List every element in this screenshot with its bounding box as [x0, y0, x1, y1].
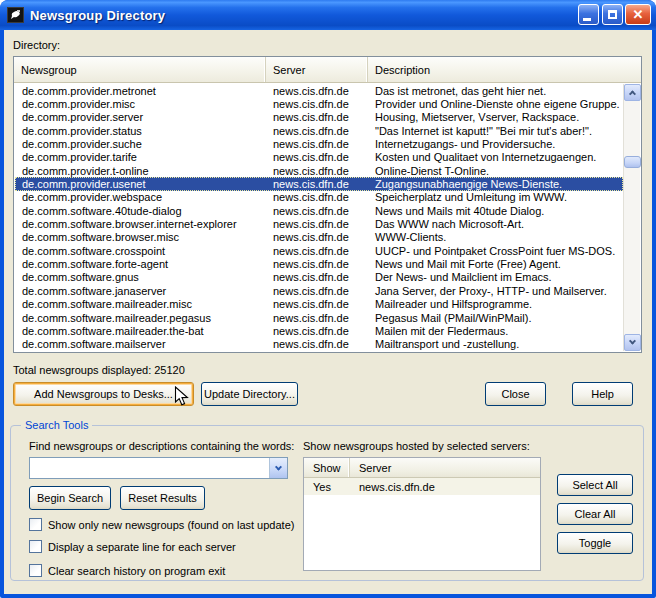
- table-row[interactable]: de.comm.provider.miscnews.cis.dfn.deProv…: [15, 97, 623, 110]
- cell-description: "Das Internet ist kaputt!" "Bei mir tut'…: [368, 125, 623, 137]
- newsgroup-directory-window: Newsgroup Directory ✕ Directory: Newsgro…: [0, 0, 656, 598]
- table-row[interactable]: de.comm.provider.usenetnews.cis.dfn.deZu…: [15, 177, 623, 190]
- cell-newsgroup: de.comm.provider.webspace: [15, 191, 266, 203]
- cell-description: WWW-Clients.: [368, 231, 623, 243]
- table-row[interactable]: de.comm.software.mailreader.the-batnews.…: [15, 324, 623, 337]
- close-icon: ✕: [633, 7, 644, 22]
- vertical-scrollbar[interactable]: [623, 84, 640, 351]
- checkbox-row-separate-line[interactable]: Display a separate line for each server: [29, 540, 236, 553]
- scroll-up-button[interactable]: [624, 84, 641, 101]
- chevron-down-icon: [275, 463, 282, 470]
- table-row[interactable]: de.comm.provider.t-onlinenews.cis.dfn.de…: [15, 164, 623, 177]
- directory-label: Directory:: [13, 39, 60, 51]
- table-row[interactable]: de.comm.provider.statusnews.cis.dfn.de"D…: [15, 124, 623, 137]
- cell-newsgroup: de.comm.provider.t-online: [15, 165, 266, 177]
- cell-description: Kosten und Qualitaet von Internetzugaeng…: [368, 151, 623, 163]
- table-row[interactable]: de.comm.software.browser.internet-explor…: [15, 217, 623, 230]
- cell-newsgroup: de.comm.provider.metronet: [15, 85, 266, 97]
- cell-server: news.cis.dfn.de: [266, 205, 368, 217]
- table-row[interactable]: de.comm.software.mailreader.miscnews.cis…: [15, 298, 623, 311]
- combobox-dropdown-button[interactable]: [269, 458, 287, 478]
- column-header-server[interactable]: Server: [266, 57, 368, 82]
- column-header-server[interactable]: Server: [350, 458, 540, 477]
- cell-server: news.cis.dfn.de: [266, 191, 368, 203]
- cell-newsgroup: de.comm.software.mailserver: [15, 338, 266, 350]
- table-row[interactable]: de.comm.software.mailreader.pegasusnews.…: [15, 311, 623, 324]
- help-button[interactable]: Help: [572, 382, 633, 406]
- checkbox-clear-history[interactable]: [29, 564, 42, 577]
- server-table: Show Server Yesnews.cis.dfn.de: [303, 457, 541, 571]
- column-header-description[interactable]: Description: [368, 57, 641, 82]
- update-directory-button[interactable]: Update Directory...: [201, 382, 298, 406]
- table-row[interactable]: de.comm.provider.webspacenews.cis.dfn.de…: [15, 191, 623, 204]
- minimize-icon: [583, 18, 591, 21]
- cell-description: Internetzugangs- und Providersuche.: [368, 138, 623, 150]
- checkbox-row-new-newsgroups[interactable]: Show only new newsgroups (found on last …: [29, 518, 294, 531]
- maximize-button[interactable]: [602, 4, 623, 25]
- total-newsgroups-status: Total newsgroups displayed: 25120: [13, 364, 185, 376]
- checkbox-label: Display a separate line for each server: [48, 541, 236, 553]
- clear-all-button[interactable]: Clear All: [557, 503, 633, 525]
- table-row[interactable]: de.comm.provider.servernews.cis.dfn.deHo…: [15, 111, 623, 124]
- newsgroup-app-icon: [7, 7, 24, 23]
- mouse-cursor: [174, 386, 190, 412]
- cell-newsgroup: de.comm.software.crosspoint: [15, 245, 266, 257]
- checkbox-new-newsgroups[interactable]: [29, 518, 42, 531]
- table-row[interactable]: de.comm.software.browser.miscnews.cis.df…: [15, 231, 623, 244]
- checkbox-row-clear-history[interactable]: Clear search history on program exit: [29, 564, 225, 577]
- maximize-icon: [608, 10, 617, 19]
- cell-server: news.cis.dfn.de: [266, 138, 368, 150]
- search-words-combobox[interactable]: [29, 457, 288, 479]
- search-words-input[interactable]: [30, 458, 269, 478]
- cell-description: Mailen mit der Fledermaus.: [368, 325, 623, 337]
- add-newsgroups-button[interactable]: Add Newsgroups to Desks...: [13, 382, 194, 406]
- cell-server: news.cis.dfn.de: [350, 481, 540, 493]
- cell-server: news.cis.dfn.de: [266, 338, 368, 350]
- cell-description: News und Mails mit 40tude Dialog.: [368, 205, 623, 217]
- cell-description: Zugangsunabhaengige News-Dienste.: [368, 178, 623, 190]
- reset-results-button[interactable]: Reset Results: [120, 486, 205, 510]
- column-header-newsgroup[interactable]: Newsgroup: [14, 57, 266, 82]
- cell-description: Provider und Online-Dienste ohne eigene …: [368, 98, 623, 110]
- cell-description: Mailreader und Hilfsprogramme.: [368, 298, 623, 310]
- column-header-show[interactable]: Show: [304, 458, 350, 477]
- cell-description: Das WWW nach Microsoft-Art.: [368, 218, 623, 230]
- select-all-button[interactable]: Select All: [557, 474, 633, 496]
- cell-description: Mailtransport und -zustellung.: [368, 338, 623, 350]
- servers-label: Show newsgroups hosted by selected serve…: [303, 440, 530, 452]
- begin-search-button[interactable]: Begin Search: [29, 486, 111, 510]
- cell-description: News und Mail mit Forte (Free) Agent.: [368, 258, 623, 270]
- server-row[interactable]: Yesnews.cis.dfn.de: [304, 478, 540, 495]
- close-window-button[interactable]: ✕: [625, 4, 651, 25]
- cell-newsgroup: de.comm.software.browser.misc: [15, 231, 266, 243]
- cell-newsgroup: de.comm.software.mailreader.pegasus: [15, 312, 266, 324]
- minimize-button[interactable]: [578, 4, 599, 25]
- cell-server: news.cis.dfn.de: [266, 325, 368, 337]
- table-row[interactable]: de.comm.software.janaservernews.cis.dfn.…: [15, 284, 623, 297]
- dialog-client-area: Directory: Newsgroup Server Description …: [4, 30, 652, 594]
- cell-description: UUCP- und Pointpaket CrossPoint fuer MS-…: [368, 245, 623, 257]
- table-row[interactable]: de.comm.provider.metronetnews.cis.dfn.de…: [15, 84, 623, 97]
- toggle-button[interactable]: Toggle: [557, 532, 633, 554]
- cell-description: Online-Dienst T-Online.: [368, 165, 623, 177]
- cell-description: Housing, Mietserver, Vserver, Rackspace.: [368, 111, 623, 123]
- checkbox-separate-line[interactable]: [29, 540, 42, 553]
- table-row[interactable]: de.comm.software.40tude-dialognews.cis.d…: [15, 204, 623, 217]
- window-title: Newsgroup Directory: [30, 8, 165, 23]
- scrollbar-thumb[interactable]: [624, 156, 641, 168]
- table-row[interactable]: de.comm.software.crosspointnews.cis.dfn.…: [15, 244, 623, 257]
- cell-newsgroup: de.comm.provider.misc: [15, 98, 266, 110]
- table-row[interactable]: de.comm.software.forte-agentnews.cis.dfn…: [15, 257, 623, 270]
- cell-newsgroup: de.comm.software.mailreader.the-bat: [15, 325, 266, 337]
- cell-description: Der News- und Mailclient im Emacs.: [368, 271, 623, 283]
- table-row[interactable]: de.comm.provider.suchenews.cis.dfn.deInt…: [15, 137, 623, 150]
- scroll-down-button[interactable]: [624, 334, 641, 351]
- close-button[interactable]: Close: [485, 382, 546, 406]
- search-tools-title: Search Tools: [21, 419, 92, 431]
- find-words-label: Find newsgroups or descriptions containi…: [29, 440, 294, 452]
- cell-newsgroup: de.comm.software.forte-agent: [15, 258, 266, 270]
- titlebar[interactable]: Newsgroup Directory ✕: [0, 0, 656, 30]
- table-row[interactable]: de.comm.software.gnusnews.cis.dfn.deDer …: [15, 271, 623, 284]
- table-row[interactable]: de.comm.provider.tarifenews.cis.dfn.deKo…: [15, 151, 623, 164]
- table-row[interactable]: de.comm.software.mailservernews.cis.dfn.…: [15, 338, 623, 351]
